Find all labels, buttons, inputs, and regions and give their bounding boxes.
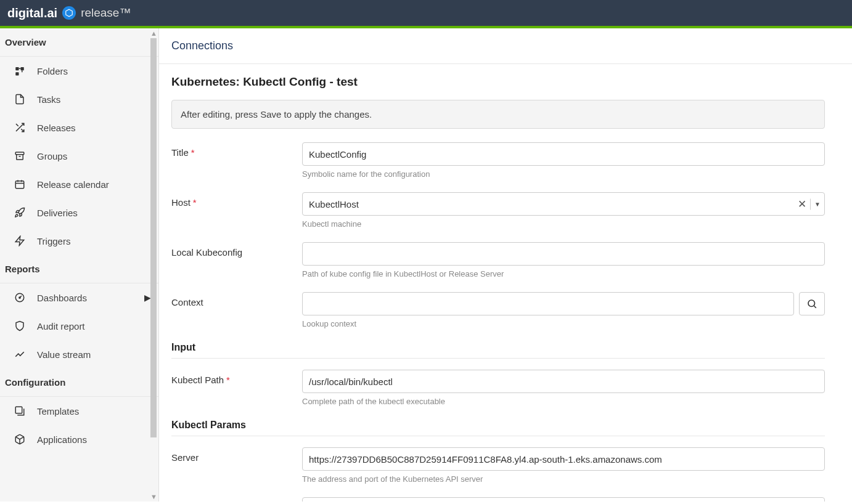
kubectl-path-input[interactable] bbox=[302, 370, 825, 393]
gauge-icon bbox=[14, 292, 26, 303]
sidebar-item-label: Deliveries bbox=[37, 208, 78, 218]
sidebar-item-audit-report[interactable]: Audit report bbox=[0, 312, 158, 340]
sidebar-item-label: Tasks bbox=[37, 94, 60, 105]
kubectl-path-label: Kubectl Path* bbox=[171, 370, 302, 385]
brand-secondary: release™ bbox=[81, 6, 131, 20]
archive-icon bbox=[14, 150, 26, 161]
context-search-button[interactable] bbox=[799, 292, 825, 315]
sidebar-item-applications[interactable]: Applications bbox=[0, 425, 158, 453]
brand-primary: digital.ai bbox=[7, 6, 57, 20]
scroll-up-icon[interactable]: ▲ bbox=[150, 30, 157, 37]
page-title: Kubernetes: Kubectl Config - test bbox=[171, 75, 825, 89]
breadcrumb[interactable]: Connections bbox=[159, 28, 852, 64]
svg-line-19 bbox=[814, 306, 816, 307]
svg-line-6 bbox=[16, 124, 18, 126]
search-icon bbox=[806, 298, 817, 309]
local-kubeconfig-label: Local Kubeconfig bbox=[171, 242, 302, 258]
kubectl-path-help: Complete path of the kubectl executable bbox=[302, 397, 825, 406]
svg-rect-3 bbox=[15, 72, 18, 75]
context-label: Context bbox=[171, 292, 302, 307]
local-kubeconfig-help: Path of kube config file in KubectlHost … bbox=[302, 269, 825, 278]
sidebar: Overview Folders Tasks Releases bbox=[0, 28, 159, 502]
server-help: The address and port of the Kubernetes A… bbox=[302, 474, 825, 484]
local-kubeconfig-input[interactable] bbox=[302, 242, 825, 266]
brand-logo: digital.ai release™ bbox=[7, 6, 131, 20]
trend-icon bbox=[14, 349, 26, 360]
sidebar-scrollbar[interactable]: ▲ ▼ bbox=[149, 28, 158, 502]
sidebar-item-label: Audit report bbox=[37, 321, 85, 331]
scroll-down-icon[interactable]: ▼ bbox=[150, 493, 157, 500]
hex-icon bbox=[62, 6, 76, 20]
svg-rect-1 bbox=[15, 67, 18, 70]
sidebar-item-folders[interactable]: Folders bbox=[0, 57, 158, 85]
host-select-value: KubectlHost bbox=[309, 199, 359, 209]
host-help: Kubectl machine bbox=[302, 219, 825, 229]
bolt-icon bbox=[14, 235, 26, 246]
clear-icon[interactable]: ✕ bbox=[798, 198, 806, 211]
svg-point-15 bbox=[19, 297, 20, 298]
rocket-icon bbox=[14, 207, 26, 218]
sidebar-item-label: Release calendar bbox=[37, 179, 109, 190]
host-label: Host* bbox=[171, 192, 302, 208]
server-label: Server bbox=[171, 447, 302, 463]
sidebar-item-releases[interactable]: Releases bbox=[0, 113, 158, 142]
certificate-authority-input[interactable] bbox=[302, 497, 825, 502]
calendar-icon bbox=[14, 179, 26, 190]
scroll-thumb[interactable] bbox=[150, 38, 157, 437]
svg-rect-9 bbox=[15, 181, 24, 189]
document-icon bbox=[14, 94, 26, 105]
sidebar-section-reports: Reports bbox=[0, 255, 158, 283]
title-input[interactable] bbox=[302, 142, 825, 166]
section-params-heading: Kubectl Params bbox=[171, 420, 825, 436]
context-input[interactable] bbox=[302, 292, 794, 315]
sidebar-item-label: Applications bbox=[37, 434, 87, 445]
sidebar-item-label: Releases bbox=[37, 123, 76, 133]
section-input-heading: Input bbox=[171, 342, 825, 359]
template-icon bbox=[14, 405, 26, 417]
main-content: Connections Kubernetes: Kubectl Config -… bbox=[159, 28, 852, 502]
sidebar-item-tasks[interactable]: Tasks bbox=[0, 85, 158, 113]
certificate-authority-label: Certificate Authority bbox=[171, 497, 302, 502]
context-help: Lookup context bbox=[302, 319, 825, 328]
sidebar-item-triggers[interactable]: Triggers bbox=[0, 227, 158, 255]
svg-rect-7 bbox=[15, 152, 24, 155]
sidebar-item-value-stream[interactable]: Value stream bbox=[0, 340, 158, 368]
sidebar-item-deliveries[interactable]: Deliveries bbox=[0, 198, 158, 227]
title-help: Symbolic name for the configuration bbox=[302, 169, 825, 179]
folders-icon bbox=[14, 65, 26, 76]
cube-icon bbox=[14, 434, 26, 445]
svg-marker-0 bbox=[66, 9, 73, 17]
sidebar-item-release-calendar[interactable]: Release calendar bbox=[0, 170, 158, 198]
sidebar-item-groups[interactable]: Groups bbox=[0, 142, 158, 170]
server-input[interactable] bbox=[302, 447, 825, 471]
top-header: digital.ai release™ bbox=[0, 0, 852, 28]
svg-rect-16 bbox=[15, 407, 22, 413]
sidebar-item-label: Groups bbox=[37, 151, 67, 161]
svg-marker-13 bbox=[15, 237, 24, 246]
sidebar-item-label: Dashboards bbox=[37, 293, 87, 303]
info-message: After editing, press Save to apply the c… bbox=[171, 100, 825, 129]
shield-icon bbox=[14, 320, 26, 331]
sidebar-item-label: Folders bbox=[37, 66, 68, 76]
svg-point-18 bbox=[808, 300, 815, 307]
sidebar-item-dashboards[interactable]: Dashboards ▶ bbox=[0, 283, 158, 312]
sidebar-item-label: Triggers bbox=[37, 236, 70, 246]
sidebar-section-overview: Overview bbox=[0, 28, 158, 57]
sidebar-item-label: Templates bbox=[37, 406, 79, 417]
sidebar-section-configuration: Configuration bbox=[0, 368, 158, 397]
sidebar-item-templates[interactable]: Templates bbox=[0, 397, 158, 425]
svg-rect-2 bbox=[21, 67, 24, 70]
chevron-down-icon[interactable]: ▼ bbox=[814, 201, 821, 208]
title-label: Title* bbox=[171, 142, 302, 158]
sidebar-item-label: Value stream bbox=[37, 349, 91, 360]
host-select[interactable]: KubectlHost ✕ ▼ bbox=[302, 192, 825, 216]
shuffle-icon bbox=[14, 122, 26, 133]
